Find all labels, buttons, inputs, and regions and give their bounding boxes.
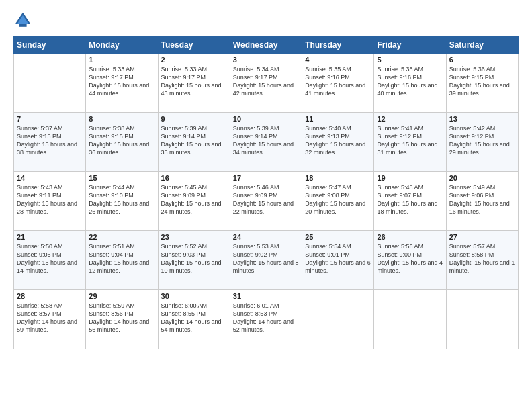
calendar-cell: 20 Sunrise: 5:49 AM Sunset: 9:06 PM Dayl… [446, 172, 518, 231]
sunset-text: Sunset: 9:06 PM [449, 192, 494, 199]
daylight-text: Daylight: 15 hours and 4 minutes. [377, 259, 443, 274]
header-cell: Wednesday [230, 37, 302, 54]
daylight-text: Daylight: 15 hours and 44 minutes. [89, 82, 149, 97]
day-number: 28 [17, 292, 83, 300]
calendar-cell [446, 290, 518, 349]
sunset-text: Sunset: 9:08 PM [305, 192, 350, 199]
day-number: 19 [377, 174, 443, 182]
sunrise-text: Sunrise: 5:54 AM [305, 243, 351, 250]
day-number: 8 [89, 115, 154, 123]
calendar-cell: 21 Sunrise: 5:50 AM Sunset: 9:05 PM Dayl… [14, 231, 86, 290]
day-number: 7 [17, 115, 83, 123]
sunset-text: Sunset: 9:12 PM [377, 133, 422, 140]
sunrise-text: Sunrise: 5:36 AM [449, 66, 496, 73]
day-number: 23 [161, 233, 227, 241]
daylight-text: Daylight: 15 hours and 29 minutes. [449, 141, 510, 156]
day-number: 29 [89, 292, 154, 300]
sunrise-text: Sunrise: 5:45 AM [161, 184, 208, 191]
cell-info: Sunrise: 5:58 AM Sunset: 8:57 PM Dayligh… [17, 302, 83, 334]
daylight-text: Daylight: 15 hours and 16 minutes. [449, 200, 510, 215]
daylight-text: Daylight: 15 hours and 43 minutes. [161, 82, 222, 97]
daylight-text: Daylight: 15 hours and 42 minutes. [233, 82, 294, 97]
calendar-cell: 16 Sunrise: 5:45 AM Sunset: 9:09 PM Dayl… [158, 172, 230, 231]
day-number: 27 [449, 233, 515, 241]
sunrise-text: Sunrise: 5:49 AM [449, 184, 496, 191]
cell-info: Sunrise: 5:34 AM Sunset: 9:17 PM Dayligh… [233, 65, 299, 98]
sunset-text: Sunset: 9:17 PM [233, 74, 278, 81]
calendar-cell: 23 Sunrise: 5:52 AM Sunset: 9:03 PM Dayl… [158, 231, 230, 290]
sunrise-text: Sunrise: 5:39 AM [233, 125, 279, 132]
cell-info: Sunrise: 5:59 AM Sunset: 8:56 PM Dayligh… [89, 302, 154, 334]
day-number: 22 [89, 233, 154, 241]
daylight-text: Daylight: 15 hours and 8 minutes. [233, 259, 299, 274]
daylight-text: Daylight: 15 hours and 6 minutes. [305, 259, 371, 274]
sunset-text: Sunset: 9:10 PM [89, 192, 134, 199]
daylight-text: Daylight: 14 hours and 52 minutes. [233, 318, 294, 333]
daylight-text: Daylight: 15 hours and 22 minutes. [233, 200, 294, 215]
cell-info: Sunrise: 5:57 AM Sunset: 8:58 PM Dayligh… [449, 242, 515, 275]
day-number: 18 [305, 174, 371, 182]
day-number: 13 [449, 115, 515, 123]
cell-info: Sunrise: 5:39 AM Sunset: 9:14 PM Dayligh… [161, 124, 227, 157]
daylight-text: Daylight: 15 hours and 18 minutes. [377, 200, 437, 215]
calendar-week-row: 14 Sunrise: 5:43 AM Sunset: 9:11 PM Dayl… [14, 172, 519, 231]
day-number: 3 [233, 56, 299, 64]
sunset-text: Sunset: 9:15 PM [17, 133, 62, 140]
day-number: 4 [305, 56, 371, 64]
cell-info: Sunrise: 5:47 AM Sunset: 9:08 PM Dayligh… [305, 183, 371, 216]
sunset-text: Sunset: 9:17 PM [161, 74, 206, 81]
sunrise-text: Sunrise: 5:38 AM [89, 125, 135, 132]
day-number: 12 [377, 115, 443, 123]
sunrise-text: Sunrise: 5:40 AM [305, 125, 351, 132]
calendar-cell: 14 Sunrise: 5:43 AM Sunset: 9:11 PM Dayl… [14, 172, 86, 231]
calendar-cell [14, 54, 86, 113]
header-cell: Friday [374, 37, 446, 54]
sunset-text: Sunset: 9:16 PM [377, 74, 422, 81]
sunrise-text: Sunrise: 5:41 AM [377, 125, 423, 132]
day-number: 30 [161, 292, 227, 300]
calendar-cell: 10 Sunrise: 5:39 AM Sunset: 9:14 PM Dayl… [230, 113, 302, 172]
calendar-cell: 6 Sunrise: 5:36 AM Sunset: 9:15 PM Dayli… [446, 54, 518, 113]
sunrise-text: Sunrise: 5:33 AM [89, 66, 135, 73]
daylight-text: Daylight: 15 hours and 31 minutes. [377, 141, 437, 156]
calendar-week-row: 28 Sunrise: 5:58 AM Sunset: 8:57 PM Dayl… [14, 290, 519, 349]
daylight-text: Daylight: 15 hours and 12 minutes. [89, 259, 149, 274]
header [13, 11, 519, 30]
calendar-week-row: 21 Sunrise: 5:50 AM Sunset: 9:05 PM Dayl… [14, 231, 519, 290]
day-number: 16 [161, 174, 227, 182]
sunrise-text: Sunrise: 5:56 AM [377, 243, 423, 250]
sunset-text: Sunset: 9:02 PM [233, 251, 278, 258]
header-cell: Sunday [14, 37, 86, 54]
cell-info: Sunrise: 5:40 AM Sunset: 9:13 PM Dayligh… [305, 124, 371, 157]
cell-info: Sunrise: 5:35 AM Sunset: 9:16 PM Dayligh… [377, 65, 443, 98]
cell-info: Sunrise: 5:36 AM Sunset: 9:15 PM Dayligh… [449, 65, 515, 98]
cell-info: Sunrise: 5:48 AM Sunset: 9:07 PM Dayligh… [377, 183, 443, 216]
sunset-text: Sunset: 9:07 PM [377, 192, 422, 199]
sunrise-text: Sunrise: 5:42 AM [449, 125, 496, 132]
day-number: 1 [89, 56, 154, 64]
header-row: SundayMondayTuesdayWednesdayThursdayFrid… [14, 37, 519, 54]
sunrise-text: Sunrise: 5:43 AM [17, 184, 63, 191]
header-cell: Monday [86, 37, 158, 54]
calendar-table: SundayMondayTuesdayWednesdayThursdayFrid… [13, 36, 519, 349]
sunset-text: Sunset: 9:04 PM [89, 251, 134, 258]
svg-rect-3 [19, 24, 26, 27]
cell-info: Sunrise: 5:49 AM Sunset: 9:06 PM Dayligh… [449, 183, 515, 216]
sunset-text: Sunset: 9:16 PM [305, 74, 350, 81]
calendar-cell: 8 Sunrise: 5:38 AM Sunset: 9:15 PM Dayli… [86, 113, 158, 172]
cell-info: Sunrise: 5:44 AM Sunset: 9:10 PM Dayligh… [89, 183, 154, 216]
sunset-text: Sunset: 9:05 PM [17, 251, 62, 258]
cell-info: Sunrise: 5:50 AM Sunset: 9:05 PM Dayligh… [17, 242, 83, 275]
day-number: 11 [305, 115, 371, 123]
day-number: 26 [377, 233, 443, 241]
header-cell: Thursday [302, 37, 374, 54]
daylight-text: Daylight: 15 hours and 35 minutes. [161, 141, 222, 156]
sunset-text: Sunset: 9:15 PM [449, 74, 494, 81]
cell-info: Sunrise: 5:52 AM Sunset: 9:03 PM Dayligh… [161, 242, 227, 275]
calendar-cell: 22 Sunrise: 5:51 AM Sunset: 9:04 PM Dayl… [86, 231, 158, 290]
cell-info: Sunrise: 5:41 AM Sunset: 9:12 PM Dayligh… [377, 124, 443, 157]
sunrise-text: Sunrise: 5:47 AM [305, 184, 351, 191]
daylight-text: Daylight: 15 hours and 41 minutes. [305, 82, 365, 97]
day-number: 21 [17, 233, 83, 241]
sunrise-text: Sunrise: 5:53 AM [233, 243, 279, 250]
